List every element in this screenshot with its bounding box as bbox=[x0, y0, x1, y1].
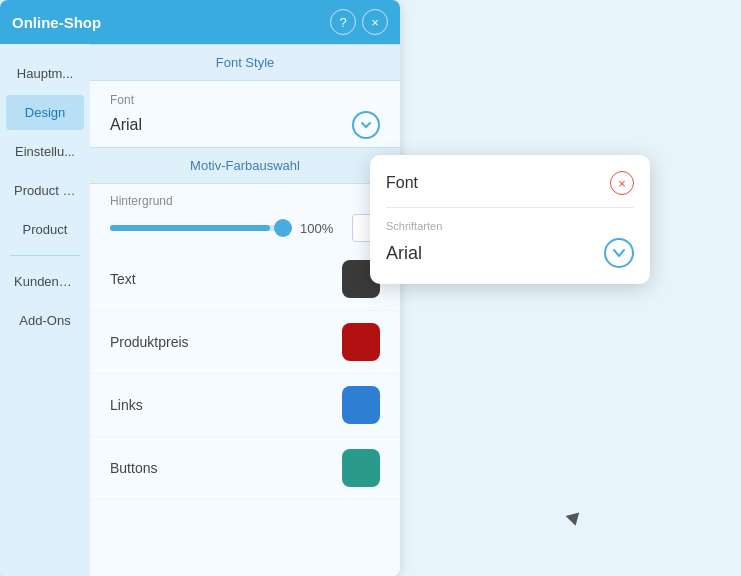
hintergrund-row: Hintergrund 100% bbox=[90, 184, 400, 248]
sidebar-item-product-list[interactable]: Product list bbox=[6, 173, 84, 208]
font-value-row: Arial bbox=[110, 111, 380, 139]
sidebar-item-add-ons[interactable]: Add-Ons bbox=[6, 303, 84, 338]
sidebar-item-kundens[interactable]: Kundens... bbox=[6, 264, 84, 299]
schriftarten-label: Schriftarten bbox=[386, 220, 634, 232]
font-popup-title: Font bbox=[386, 174, 418, 192]
main-content: Font Style Font Arial Motiv-Farbauswahl … bbox=[90, 44, 400, 576]
color-swatch-buttons[interactable] bbox=[342, 449, 380, 487]
font-style-header: Font Style bbox=[90, 44, 400, 81]
app-window: Online-Shop ? × Hauptm... Design Einstel… bbox=[0, 0, 400, 576]
slider-fill bbox=[110, 225, 270, 231]
close-button[interactable]: × bbox=[362, 9, 388, 35]
color-label-buttons: Buttons bbox=[110, 460, 157, 476]
font-popup: Font × Schriftarten Arial bbox=[370, 155, 650, 284]
slider-thumb[interactable] bbox=[274, 219, 292, 237]
motiv-header: Motiv-Farbauswahl bbox=[90, 147, 400, 184]
cursor-indicator bbox=[566, 512, 583, 527]
color-row-buttons: Buttons bbox=[90, 437, 400, 500]
title-bar: Online-Shop ? × bbox=[0, 0, 400, 44]
slider-value: 100% bbox=[300, 221, 340, 236]
font-popup-value: Arial bbox=[386, 243, 422, 264]
slider-row: 100% bbox=[110, 214, 380, 242]
font-row: Font Arial bbox=[90, 81, 400, 147]
slider-track[interactable] bbox=[110, 225, 288, 231]
title-bar-actions: ? × bbox=[330, 9, 388, 35]
app-body: Hauptm... Design Einstellu... Product li… bbox=[0, 44, 400, 576]
help-button[interactable]: ? bbox=[330, 9, 356, 35]
chevron-down-icon bbox=[360, 119, 372, 131]
sidebar-item-hauptm[interactable]: Hauptm... bbox=[6, 56, 84, 91]
font-popup-header: Font × bbox=[386, 171, 634, 195]
color-row-produktpreis: Produktpreis bbox=[90, 311, 400, 374]
font-value: Arial bbox=[110, 116, 142, 134]
color-swatch-links[interactable] bbox=[342, 386, 380, 424]
font-popup-dropdown-button[interactable] bbox=[604, 238, 634, 268]
font-popup-divider bbox=[386, 207, 634, 208]
color-swatch-produktpreis[interactable] bbox=[342, 323, 380, 361]
font-popup-close-button[interactable]: × bbox=[610, 171, 634, 195]
color-label-links: Links bbox=[110, 397, 143, 413]
color-row-text: Text bbox=[90, 248, 400, 311]
color-label-text: Text bbox=[110, 271, 136, 287]
sidebar-item-product[interactable]: Product bbox=[6, 212, 84, 247]
sidebar: Hauptm... Design Einstellu... Product li… bbox=[0, 44, 90, 576]
hintergrund-label: Hintergrund bbox=[110, 194, 380, 208]
sidebar-separator bbox=[10, 255, 80, 256]
sidebar-item-design[interactable]: Design bbox=[6, 95, 84, 130]
color-row-links: Links bbox=[90, 374, 400, 437]
color-label-produktpreis: Produktpreis bbox=[110, 334, 189, 350]
font-dropdown-button[interactable] bbox=[352, 111, 380, 139]
font-label: Font bbox=[110, 93, 380, 107]
font-popup-value-row: Arial bbox=[386, 238, 634, 268]
app-title: Online-Shop bbox=[12, 14, 101, 31]
chevron-down-icon-popup bbox=[612, 246, 626, 260]
sidebar-item-einstellu[interactable]: Einstellu... bbox=[6, 134, 84, 169]
